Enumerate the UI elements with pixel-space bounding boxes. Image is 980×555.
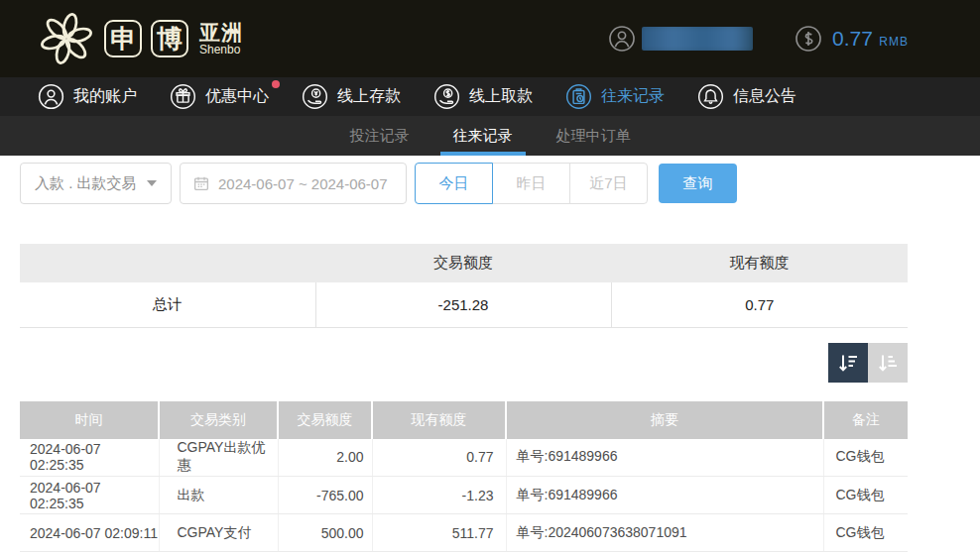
records-icon [565, 83, 592, 110]
table-row: 2024-06-07 02:25:35 出款 -765.00 -1.23 单号:… [20, 477, 908, 514]
cell-amount: -765.00 [278, 477, 372, 514]
summary-transaction-total: -251.28 [315, 282, 611, 327]
summary-balance-total: 0.77 [611, 282, 908, 327]
dollar-coin-icon [795, 25, 822, 53]
cell-summary: 单号:691489966 [506, 477, 823, 514]
balance-currency: RMB [879, 35, 909, 49]
transaction-type-value: 入款 . 出款交易 [35, 174, 137, 193]
brand-logo[interactable]: 申 博 亚洲 Shenbo [38, 10, 243, 67]
filter-bar: 入款 . 出款交易 2024-06-07 ~ 2024-06-07 今日 昨日 … [20, 163, 980, 204]
gift-icon [170, 83, 196, 110]
nav-label: 往来记录 [601, 86, 665, 107]
records-header-row: 时间 交易类别 交易额度 现有额度 摘要 备注 [20, 401, 908, 439]
summary-total-row: 总计 -251.28 0.77 [20, 282, 908, 327]
nav-item-transaction-records[interactable]: 往来记录 [565, 83, 665, 110]
quick-range-group: 今日 昨日 近7日 [415, 163, 648, 204]
logo-subtitle: Shenbo [199, 44, 243, 56]
nav-label: 线上存款 [337, 86, 401, 107]
quick-range-today[interactable]: 今日 [415, 163, 493, 204]
username-redacted[interactable] [642, 27, 753, 51]
flower-logo-icon [38, 10, 95, 67]
logo-region: 亚洲 [199, 22, 243, 44]
cell-time: 2024-06-07 02:09:11 [20, 514, 159, 552]
col-header-balance: 现有额度 [372, 401, 506, 439]
query-button[interactable]: 查询 [659, 164, 737, 203]
sort-ascending-button[interactable] [868, 343, 908, 383]
deposit-icon [302, 83, 328, 110]
balance-display[interactable]: 0.77 RMB [795, 25, 909, 53]
cell-note: CG钱包 [823, 477, 908, 514]
nav-label: 线上取款 [469, 86, 533, 107]
cell-balance: -1.23 [372, 477, 506, 514]
logo-char-shen: 申 [104, 20, 142, 57]
balance-amount: 0.77 [832, 27, 873, 50]
topbar: 申 博 亚洲 Shenbo 0.77 RMB [0, 0, 980, 77]
cell-time: 2024-06-07 02:25:35 [20, 439, 159, 477]
cell-amount: 500.00 [278, 514, 372, 552]
cell-note: CG钱包 [823, 514, 908, 552]
summary-header-row: 交易额度 现有额度 [20, 244, 908, 282]
summary-header-transaction-amount: 交易额度 [315, 244, 611, 282]
user-icon [38, 83, 64, 110]
summary-header-empty [20, 244, 315, 282]
summary-header-current-balance: 现有额度 [611, 244, 908, 282]
summary-total-label: 总计 [20, 282, 315, 327]
nav-item-my-account[interactable]: 我的账户 [38, 83, 137, 110]
nav-item-online-withdraw[interactable]: 线上取款 [433, 83, 533, 110]
col-header-amount: 交易额度 [278, 401, 372, 439]
cell-type: CGPAY支付 [159, 514, 278, 552]
tab-transaction-records[interactable]: 往来记录 [448, 116, 518, 156]
cell-type: 出款 [159, 477, 278, 514]
nav-item-promotions[interactable]: 优惠中心 [170, 83, 269, 110]
account-avatar-icon[interactable] [608, 25, 636, 53]
sort-controls [0, 343, 908, 383]
tab-pending-orders[interactable]: 处理中订单 [551, 116, 636, 156]
nav-item-online-deposit[interactable]: 线上存款 [302, 83, 401, 110]
cell-summary: 单号:202406073638071091 [506, 514, 823, 552]
sort-ascending-icon [876, 351, 900, 375]
col-header-time: 时间 [20, 401, 159, 439]
date-range-value: 2024-06-07 ~ 2024-06-07 [218, 175, 388, 192]
main-nav: 我的账户 优惠中心 线上存款 线上取款 [0, 77, 980, 116]
calendar-icon [192, 174, 210, 192]
col-header-note: 备注 [823, 401, 908, 439]
sub-tabbar: 投注记录 往来记录 处理中订单 [0, 116, 980, 156]
promotions-badge-dot [272, 80, 280, 88]
date-range-input[interactable]: 2024-06-07 ~ 2024-06-07 [180, 163, 407, 204]
chevron-down-icon [147, 180, 157, 186]
cell-summary: 单号:691489966 [506, 439, 823, 477]
records-table: 时间 交易类别 交易额度 现有额度 摘要 备注 2024-06-07 02:25… [20, 401, 908, 553]
cell-amount: 2.00 [278, 439, 372, 477]
cell-balance: 0.77 [372, 439, 506, 477]
col-header-summary: 摘要 [506, 401, 823, 439]
logo-char-bo: 博 [151, 20, 188, 57]
quick-range-last7days[interactable]: 近7日 [569, 163, 648, 204]
quick-range-yesterday[interactable]: 昨日 [492, 163, 570, 204]
withdraw-icon [433, 83, 460, 110]
transaction-type-select[interactable]: 入款 . 出款交易 [20, 163, 172, 204]
nav-item-announcements[interactable]: 信息公告 [697, 83, 796, 110]
cell-balance: 511.77 [372, 514, 506, 552]
sort-descending-button[interactable] [828, 343, 868, 383]
table-row: 2024-06-07 02:09:11 CGPAY支付 500.00 511.7… [20, 514, 908, 552]
table-row: 2024-06-07 02:25:35 CGPAY出款优惠 2.00 0.77 … [20, 439, 908, 477]
nav-label: 优惠中心 [205, 86, 269, 107]
nav-label: 我的账户 [73, 86, 137, 107]
summary-table: 交易额度 现有额度 总计 -251.28 0.77 [20, 244, 908, 328]
tab-betting-records[interactable]: 投注记录 [345, 116, 415, 156]
cell-time: 2024-06-07 02:25:35 [20, 477, 159, 514]
col-header-type: 交易类别 [159, 401, 278, 439]
bell-icon [697, 83, 724, 110]
nav-label: 信息公告 [733, 86, 796, 107]
cell-type: CGPAY出款优惠 [159, 439, 278, 477]
cell-note: CG钱包 [823, 439, 908, 477]
sort-descending-icon [836, 351, 860, 375]
